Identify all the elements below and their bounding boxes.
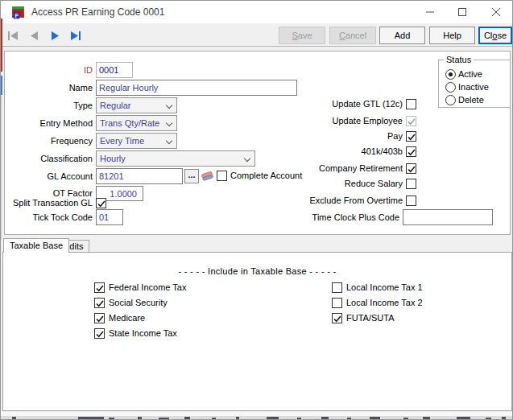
gl-account-field[interactable]: 81201 [96, 168, 183, 184]
local-income-tax-1-label: Local Income Tax 1 [346, 282, 423, 293]
id-label: ID [8, 62, 93, 78]
split-transaction-gl-label: Split Transaction GL [8, 197, 93, 208]
company-retirement-label: Company Retirement [267, 163, 403, 174]
main-form-panel: ID 0001 Name Regular Hourly Type Regular… [4, 51, 511, 235]
split-transaction-gl-checkbox[interactable] [96, 198, 106, 208]
next-record-button[interactable] [48, 29, 61, 42]
status-delete-radio[interactable] [445, 95, 456, 105]
update-gtl-checkbox[interactable] [406, 99, 416, 109]
time-clock-plus-code-label: Time Clock Plus Code [264, 209, 399, 225]
id-field: 0001 [96, 62, 133, 78]
eraser-icon[interactable] [201, 170, 214, 182]
type-select[interactable]: Regular [96, 97, 177, 113]
reduce-salary-label: Reduce Salary [267, 179, 403, 189]
status-groupbox: Status Active Inactive Delete [438, 60, 511, 108]
entry-method-label: Entry Method [8, 115, 93, 131]
401k-403b-label: 401k/403b [267, 146, 403, 157]
type-value: Regular [100, 101, 131, 110]
classification-label: Classification [8, 150, 93, 167]
local-income-tax-1-checkbox[interactable] [332, 282, 342, 293]
background-window-edge-gray [1, 95, 2, 240]
frequency-label: Frequency [8, 133, 93, 149]
company-retirement-checkbox[interactable] [406, 163, 416, 174]
classification-value: Hourly [100, 154, 126, 163]
pay-checkbox[interactable] [406, 131, 416, 142]
complete-account-checkbox[interactable] [217, 171, 227, 181]
medicare-checkbox[interactable] [94, 313, 105, 323]
chevron-down-icon [166, 102, 172, 109]
gl-account-label: GL Account [8, 168, 93, 184]
status-active-radio[interactable] [445, 69, 456, 80]
social-security-checkbox[interactable] [94, 298, 105, 308]
name-field[interactable]: Regular Hourly [96, 80, 297, 96]
status-active-label: Active [458, 69, 482, 80]
minimize-icon [426, 8, 434, 16]
status-groupbox-title: Status [444, 55, 474, 64]
background-window-edge-red [1, 19, 2, 72]
time-clock-plus-code-field[interactable] [403, 209, 493, 225]
status-inactive-radio[interactable] [445, 82, 456, 93]
state-income-tax-checkbox[interactable] [94, 328, 105, 339]
save-button: Save [279, 27, 325, 44]
first-record-icon [8, 31, 19, 40]
update-employee-label: Update Employee [267, 116, 403, 126]
chevron-down-icon [166, 120, 172, 126]
pay-label: Pay [267, 131, 403, 142]
chevron-down-icon [166, 138, 172, 144]
first-record-button[interactable] [6, 29, 19, 42]
local-income-tax-2-checkbox[interactable] [332, 298, 342, 308]
previous-record-icon [30, 31, 39, 40]
status-delete-label: Delete [458, 95, 484, 105]
close-window-button[interactable] [480, 1, 512, 23]
last-record-button[interactable] [68, 29, 81, 42]
update-employee-checkbox [406, 116, 416, 126]
social-security-label: Social Security [109, 298, 168, 308]
close-button[interactable]: Close [478, 27, 512, 44]
entry-method-select[interactable]: Trans Qty/Rate [96, 115, 177, 131]
window-title: Access PR Earning Code 0001 [31, 1, 164, 23]
titlebar: F Access PR Earning Code 0001 [1, 1, 512, 23]
minimize-button[interactable] [414, 1, 446, 23]
status-inactive-label: Inactive [458, 82, 489, 93]
local-income-tax-2-label: Local Income Tax 2 [346, 298, 423, 308]
close-icon [492, 8, 500, 16]
next-record-icon [51, 31, 60, 40]
exclude-from-overtime-checkbox[interactable] [406, 196, 416, 206]
update-gtl-label: Update GTL (12c) [267, 99, 403, 109]
app-icon: F [11, 6, 25, 19]
help-button[interactable]: Help [429, 27, 475, 44]
tick-tock-code-label: Tick Tock Code [8, 209, 93, 225]
tick-tock-code-field[interactable]: 01 [96, 209, 123, 225]
background-window-band [1, 416, 513, 420]
tab-taxable-base[interactable]: Taxable Base [3, 238, 69, 253]
entry-method-value: Trans Qty/Rate [100, 118, 159, 128]
cancel-button: Cancel [329, 27, 376, 44]
toolbar: Save Cancel Add Help Close [1, 23, 512, 47]
frequency-select[interactable]: Every Time [96, 133, 177, 149]
gl-account-browse-button[interactable]: ... [184, 169, 199, 183]
401k-403b-checkbox[interactable] [406, 146, 416, 157]
previous-record-button[interactable] [27, 29, 40, 42]
maximize-icon [458, 8, 466, 16]
futa-suta-checkbox[interactable] [332, 313, 342, 323]
include-in-taxable-base-heading: - - - - - Include in Taxable Base - - - … [3, 266, 511, 276]
medicare-label: Medicare [109, 313, 145, 323]
svg-text:F: F [15, 13, 19, 19]
access-pr-earning-code-window: F Access PR Earning Code 0001 Save Cance… [0, 0, 513, 420]
classification-select[interactable]: Hourly [96, 150, 255, 167]
add-button[interactable]: Add [379, 27, 425, 44]
futa-suta-label: FUTA/SUTA [346, 313, 394, 323]
exclude-from-overtime-label: Exclude From Overtime [267, 196, 403, 206]
state-income-tax-label: State Income Tax [109, 328, 177, 339]
background-window-strip [1, 412, 513, 420]
federal-income-tax-label: Federal Income Tax [109, 282, 186, 293]
last-record-icon [70, 31, 81, 40]
taxable-base-tabpanel: - - - - - Include in Taxable Base - - - … [2, 252, 512, 411]
federal-income-tax-checkbox[interactable] [94, 282, 105, 293]
type-label: Type [8, 97, 93, 113]
frequency-value: Every Time [100, 136, 144, 146]
name-label: Name [8, 80, 93, 96]
maximize-button[interactable] [446, 1, 478, 23]
reduce-salary-checkbox[interactable] [406, 179, 416, 189]
background-window-edge-blue [1, 76, 2, 95]
